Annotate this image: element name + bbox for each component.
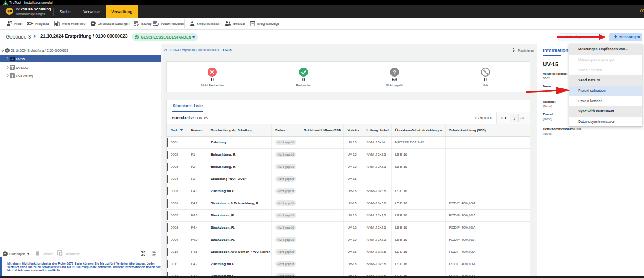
svg-text:?: ? [393, 69, 396, 75]
svg-text:i: i [642, 9, 643, 13]
